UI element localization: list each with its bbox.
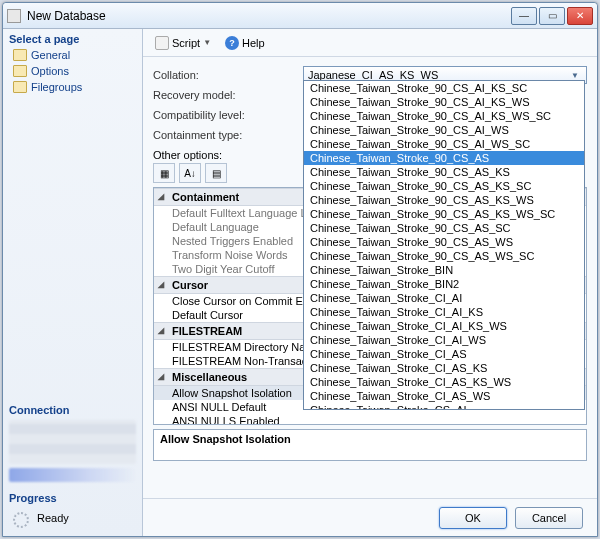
compat-label: Compatibility level: bbox=[153, 109, 303, 121]
dropdown-item[interactable]: Chinese_Taiwan_Stroke_90_CS_AS_KS bbox=[304, 165, 584, 179]
page-label: Filegroups bbox=[31, 81, 82, 93]
dropdown-item[interactable]: Chinese_Taiwan_Stroke_BIN bbox=[304, 263, 584, 277]
containment-label: Containment type: bbox=[153, 129, 303, 141]
page-icon bbox=[13, 81, 27, 93]
dropdown-item[interactable]: Chinese_Taiwan_Stroke_CI_AI_KS bbox=[304, 305, 584, 319]
page-icon bbox=[13, 49, 27, 61]
dropdown-item[interactable]: Chinese_Taiwan_Stroke_90_CS_AI_KS_WS bbox=[304, 95, 584, 109]
dropdown-item[interactable]: Chinese_Taiwan_Stroke_BIN2 bbox=[304, 277, 584, 291]
recovery-label: Recovery model: bbox=[153, 89, 303, 101]
script-icon bbox=[155, 36, 169, 50]
help-icon: ? bbox=[225, 36, 239, 50]
dropdown-item[interactable]: Chinese_Taiwan_Stroke_90_CS_AS_SC bbox=[304, 221, 584, 235]
dropdown-item[interactable]: Chinese_Taiwan_Stroke_90_CS_AI_KS_SC bbox=[304, 81, 584, 95]
script-label: Script bbox=[172, 37, 200, 49]
script-button[interactable]: Script ▼ bbox=[151, 34, 215, 52]
connection-header: Connection bbox=[3, 400, 142, 418]
window-title: New Database bbox=[27, 9, 511, 23]
dropdown-item[interactable]: Chinese_Taiwan_Stroke_90_CS_AI_KS_WS_SC bbox=[304, 109, 584, 123]
property-description: Allow Snapshot Isolation bbox=[153, 429, 587, 461]
progress-header: Progress bbox=[3, 488, 142, 506]
dropdown-item[interactable]: Chinese_Taiwan_Stroke_CS_AI bbox=[304, 403, 584, 410]
grid-value bbox=[542, 415, 582, 425]
categorized-button[interactable]: ▦ bbox=[153, 163, 175, 183]
dropdown-item[interactable]: Chinese_Taiwan_Stroke_90_CS_AS_WS_SC bbox=[304, 249, 584, 263]
dropdown-item[interactable]: Chinese_Taiwan_Stroke_90_CS_AS bbox=[304, 151, 584, 165]
cancel-button[interactable]: Cancel bbox=[515, 507, 583, 529]
connection-link[interactable] bbox=[9, 468, 136, 482]
ok-button[interactable]: OK bbox=[439, 507, 507, 529]
page-general[interactable]: General bbox=[3, 47, 142, 63]
page-label: General bbox=[31, 49, 70, 61]
chevron-down-icon: ▼ bbox=[203, 38, 211, 47]
dropdown-item[interactable]: Chinese_Taiwan_Stroke_CI_AS bbox=[304, 347, 584, 361]
progress-status: Ready bbox=[37, 512, 69, 524]
minimize-button[interactable]: — bbox=[511, 7, 537, 25]
page-icon bbox=[13, 65, 27, 77]
help-button[interactable]: ? Help bbox=[221, 34, 269, 52]
collation-dropdown-list[interactable]: Chinese_Taiwan_Stroke_90_CS_AI_KS_SCChin… bbox=[303, 80, 585, 410]
properties-button[interactable]: ▤ bbox=[205, 163, 227, 183]
dropdown-item[interactable]: Chinese_Taiwan_Stroke_CI_AS_WS bbox=[304, 389, 584, 403]
dropdown-item[interactable]: Chinese_Taiwan_Stroke_90_CS_AS_KS_SC bbox=[304, 179, 584, 193]
select-page-header: Select a page bbox=[3, 29, 142, 47]
dropdown-item[interactable]: Chinese_Taiwan_Stroke_90_CS_AS_WS bbox=[304, 235, 584, 249]
chevron-down-icon: ▼ bbox=[568, 71, 582, 80]
progress-spinner-icon bbox=[13, 512, 29, 528]
dropdown-item[interactable]: Chinese_Taiwan_Stroke_CI_AS_KS_WS bbox=[304, 375, 584, 389]
close-button[interactable]: ✕ bbox=[567, 7, 593, 25]
dropdown-item[interactable]: Chinese_Taiwan_Stroke_CI_AS_KS bbox=[304, 361, 584, 375]
dialog-window: New Database — ▭ ✕ Select a page General… bbox=[2, 2, 598, 537]
dropdown-item[interactable]: Chinese_Taiwan_Stroke_CI_AI_WS bbox=[304, 333, 584, 347]
grid-row[interactable]: ANSI NULLS Enabled bbox=[154, 414, 586, 425]
dropdown-item[interactable]: Chinese_Taiwan_Stroke_90_CS_AI_WS_SC bbox=[304, 137, 584, 151]
toolbar: Script ▼ ? Help bbox=[143, 29, 597, 57]
left-panel: Select a page GeneralOptionsFilegroups C… bbox=[3, 29, 143, 536]
titlebar[interactable]: New Database — ▭ ✕ bbox=[3, 3, 597, 29]
collation-label: Collation: bbox=[153, 69, 303, 81]
help-label: Help bbox=[242, 37, 265, 49]
dropdown-item[interactable]: Chinese_Taiwan_Stroke_90_CS_AS_KS_WS bbox=[304, 193, 584, 207]
connection-info bbox=[9, 420, 136, 464]
dropdown-item[interactable]: Chinese_Taiwan_Stroke_90_CS_AI_WS bbox=[304, 123, 584, 137]
app-icon bbox=[7, 9, 21, 23]
dropdown-item[interactable]: Chinese_Taiwan_Stroke_CI_AI bbox=[304, 291, 584, 305]
dropdown-item[interactable]: Chinese_Taiwan_Stroke_CI_AI_KS_WS bbox=[304, 319, 584, 333]
page-label: Options bbox=[31, 65, 69, 77]
alphabetical-button[interactable]: A↓ bbox=[179, 163, 201, 183]
grid-key: ANSI NULLS Enabled bbox=[172, 415, 542, 425]
page-options[interactable]: Options bbox=[3, 63, 142, 79]
page-filegroups[interactable]: Filegroups bbox=[3, 79, 142, 95]
maximize-button[interactable]: ▭ bbox=[539, 7, 565, 25]
right-panel: Script ▼ ? Help Collation: Japanese_CI_A… bbox=[143, 29, 597, 536]
dropdown-item[interactable]: Chinese_Taiwan_Stroke_90_CS_AS_KS_WS_SC bbox=[304, 207, 584, 221]
